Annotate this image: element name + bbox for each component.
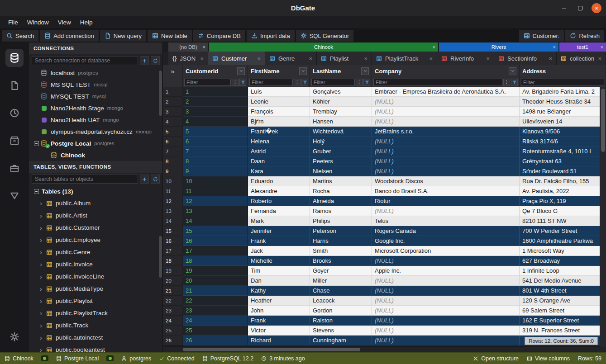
table-item[interactable]: › public.booleantest [29, 344, 162, 352]
close-icon[interactable]: × [598, 55, 601, 62]
cell-firstname[interactable]: Roberto [248, 196, 310, 206]
cell-firstname[interactable]: Astrid [248, 147, 310, 156]
cell-lastname[interactable]: Ramos [310, 206, 372, 216]
cell-address[interactable]: Qe 7 Bloco G [520, 206, 606, 216]
cell-firstname[interactable]: Luís [248, 87, 310, 97]
cell-customerid[interactable]: 4 [183, 117, 248, 127]
chevron-right-icon[interactable]: › [40, 273, 46, 280]
horizontal-scrollbar[interactable] [163, 347, 606, 352]
cell-company[interactable]: (NULL) [372, 117, 520, 127]
current-cell-indicator[interactable]: Customer: [519, 30, 564, 42]
cell-lastname[interactable]: Peterson [310, 226, 372, 236]
menu-window[interactable]: Window [23, 17, 53, 28]
row-number[interactable]: 10 [163, 176, 183, 186]
file-tab[interactable]: {} PlaylistTrack × [372, 52, 437, 65]
cell-company[interactable]: Rogers Canada [372, 226, 520, 236]
cell-address[interactable]: 700 W Pender Street [520, 226, 606, 236]
cell-address[interactable]: 627 Broadway [520, 256, 606, 266]
cell-lastname[interactable]: Holý [310, 137, 372, 147]
column-menu-button[interactable] [509, 67, 516, 75]
cell-company[interactable]: JetBrains s.r.o. [372, 127, 520, 137]
new-table-button[interactable]: New table [148, 30, 192, 42]
connections-scrollbar[interactable] [159, 71, 162, 116]
open-structure-button[interactable]: Open structure [473, 355, 519, 362]
refresh-connections-icon[interactable] [151, 56, 160, 65]
connection-item[interactable]: Nano2Health Stage mongo [29, 102, 162, 114]
cell-company[interactable]: Apple Inc. [372, 266, 520, 276]
cell-firstname[interactable]: Michelle [248, 256, 310, 266]
cell-firstname[interactable]: Tim [248, 266, 310, 276]
table-item[interactable]: › public.Employee [29, 234, 162, 246]
close-icon[interactable]: × [203, 44, 205, 50]
file-tab[interactable]: {} Genre × [265, 52, 317, 65]
file-tab[interactable]: {} collection × [557, 52, 606, 65]
cell-address[interactable]: 541 Del Medio Avenue [520, 276, 606, 286]
cell-customerid[interactable]: 12 [183, 196, 248, 206]
cell-lastname[interactable]: Martins [310, 176, 372, 186]
menu-help[interactable]: Help [76, 17, 97, 28]
cell-lastname[interactable]: Peeters [310, 156, 372, 166]
cell-firstname[interactable]: Frank [248, 316, 310, 326]
column-menu-button[interactable] [237, 67, 245, 75]
cell-customerid[interactable]: 25 [183, 326, 248, 336]
connection-item[interactable]: Nano2Health UAT mongo [29, 114, 162, 126]
refresh-button[interactable]: Refresh [565, 30, 604, 42]
cell-address[interactable]: 8210 111 ST NW [520, 216, 606, 226]
cell-address[interactable]: 1 Infinite Loop [520, 266, 606, 276]
table-row[interactable]: 8 8 Daan Peeters (NULL) Grétrystraat 63 [163, 156, 606, 166]
cell-customerid[interactable]: 23 [183, 306, 248, 316]
table-row[interactable]: 11 11 Alexandre Rocha Banco do Brasil S.… [163, 186, 606, 196]
file-tab[interactable]: {} Playlist × [317, 52, 372, 65]
file-tab[interactable]: {} JSON × [168, 52, 208, 65]
table-row[interactable]: 10 10 Eduardo Martins Woodstock Discos R… [163, 176, 606, 186]
row-number[interactable]: 19 [163, 266, 183, 276]
cell-company[interactable]: Riotur [372, 196, 520, 206]
row-number[interactable]: 11 [163, 186, 183, 196]
filter-funnel-icon[interactable] [301, 79, 308, 86]
row-number[interactable]: 20 [163, 276, 183, 286]
close-icon[interactable]: × [364, 55, 367, 62]
row-number[interactable]: 17 [163, 246, 183, 256]
cell-company[interactable]: Telus [372, 216, 520, 226]
chevron-right-icon[interactable]: › [40, 260, 46, 268]
table-item[interactable]: › public.MediaType [29, 283, 162, 295]
table-row[interactable]: 20 20 Dan Miller (NULL) 541 Del Medio Av… [163, 276, 606, 286]
horizontal-scrollbar-thumb[interactable] [183, 348, 360, 351]
cell-address[interactable]: 69 Salem Street [520, 306, 606, 316]
filter-funnel-icon[interactable] [239, 79, 246, 86]
object-search-input[interactable] [32, 175, 138, 184]
cell-address[interactable]: Rilská 3174/6 [520, 137, 606, 147]
cell-address[interactable]: Theodor-Heuss-Straße 34 [520, 97, 606, 107]
table-row[interactable]: 14 14 Mark Philips Telus 8210 111 ST NW [163, 216, 606, 226]
column-header-company[interactable]: Company [372, 65, 520, 77]
cell-lastname[interactable]: Nielsen [310, 166, 372, 176]
db-group-tab-nodb[interactable]: (no DB)× [168, 43, 208, 52]
chevron-right-icon[interactable]: › [40, 224, 46, 232]
cell-customerid[interactable]: 22 [183, 296, 248, 306]
file-tab[interactable]: {} RiverInfo × [437, 52, 494, 65]
table-item[interactable]: › public.PlaylistTrack [29, 307, 162, 319]
cell-lastname[interactable]: Gruber [310, 147, 372, 156]
cell-firstname[interactable]: Daan [248, 156, 310, 166]
cell-lastname[interactable]: Almeida [310, 196, 372, 206]
row-number[interactable]: 21 [163, 286, 183, 296]
cell-customerid[interactable]: 16 [183, 236, 248, 246]
cell-firstname[interactable]: Kara [248, 166, 310, 176]
table-row[interactable]: 15 15 Jennifer Peterson Rogers Canada 70… [163, 226, 606, 236]
table-item[interactable]: › public.Invoice [29, 258, 162, 270]
cell-address[interactable]: Rotenturmstraße 4, 1010 I [520, 147, 606, 156]
filter-input-company[interactable] [373, 79, 502, 86]
filter-menu-icon[interactable] [356, 79, 363, 86]
cell-customerid[interactable]: 24 [183, 316, 248, 326]
table-row[interactable]: 23 23 John Gordon (NULL) 69 Salem Street [163, 306, 606, 316]
cell-address[interactable]: 162 E Superior Street [520, 316, 606, 326]
cell-company[interactable]: (NULL) [372, 147, 520, 156]
row-number[interactable]: 22 [163, 296, 183, 306]
compare-db-button[interactable]: Compare DB [193, 30, 245, 42]
row-number[interactable]: 13 [163, 206, 183, 216]
cell-firstname[interactable]: Jennifer [248, 226, 310, 236]
row-number[interactable]: 24 [163, 316, 183, 326]
close-icon[interactable]: × [257, 55, 261, 62]
cell-lastname[interactable]: Gordon [310, 306, 372, 316]
db-group-tab-test1[interactable]: test1× [559, 43, 606, 52]
